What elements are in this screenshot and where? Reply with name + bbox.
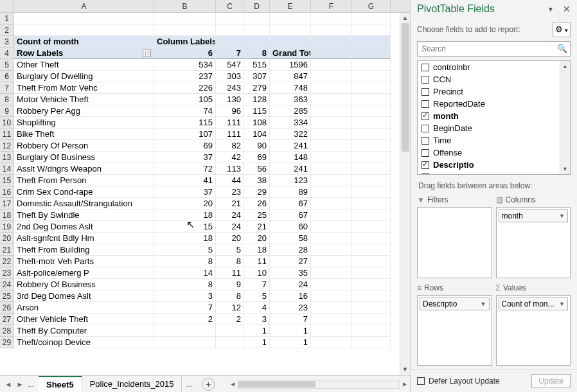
cell[interactable]	[244, 36, 270, 48]
cell[interactable]	[311, 129, 352, 140]
cell[interactable]: 237	[154, 71, 216, 82]
cell[interactable]	[311, 209, 352, 221]
cell[interactable]: Domestic Assault/Strangulation	[14, 198, 154, 209]
sheet-tab-active[interactable]: Sheet5	[39, 376, 82, 392]
new-sheet-button[interactable]: +	[202, 378, 215, 391]
cell[interactable]: 24	[270, 279, 311, 290]
cell[interactable]: Theft From Person	[14, 175, 154, 186]
cell[interactable]: 5	[216, 244, 244, 256]
cell[interactable]: 44	[216, 175, 244, 186]
scroll-down-icon[interactable]: ▼	[400, 364, 410, 375]
cell[interactable]: 115	[154, 117, 216, 129]
cell[interactable]: 111	[216, 129, 244, 140]
cell[interactable]: 21	[216, 198, 244, 209]
row-header[interactable]: 2	[0, 24, 14, 36]
cell[interactable]: 72	[154, 163, 216, 175]
cell[interactable]	[14, 24, 154, 36]
cell[interactable]: 105	[154, 94, 216, 105]
cell[interactable]: 8	[216, 290, 244, 302]
cell[interactable]	[352, 105, 391, 117]
cell[interactable]: 534	[154, 59, 216, 71]
cell[interactable]	[216, 325, 244, 337]
cell[interactable]: 20	[216, 233, 244, 244]
cell[interactable]: 8	[154, 279, 216, 290]
hscroll-left-icon[interactable]: ◄	[227, 380, 238, 388]
cell[interactable]: Theft By Computer	[14, 325, 154, 337]
cell[interactable]: Shoplifting	[14, 117, 154, 129]
cell[interactable]	[311, 152, 352, 163]
col-header-C[interactable]: C	[216, 0, 244, 12]
cell[interactable]	[352, 267, 391, 279]
tab-nav-ellipsis[interactable]: ...	[28, 380, 33, 388]
cell[interactable]: 6	[154, 48, 216, 59]
cell[interactable]: 41	[154, 175, 216, 186]
pane-menu-caret-icon[interactable]: ▼	[547, 6, 554, 13]
cell[interactable]	[352, 256, 391, 267]
cell[interactable]	[311, 36, 352, 48]
cell[interactable]: 2	[216, 314, 244, 325]
field-item[interactable]: Precinct	[418, 85, 560, 98]
cell[interactable]: 29	[244, 186, 270, 198]
cell[interactable]: 2	[154, 314, 216, 325]
cell[interactable]	[352, 163, 391, 175]
cell[interactable]	[352, 279, 391, 290]
cell[interactable]: 123	[270, 175, 311, 186]
field-checkbox[interactable]	[422, 100, 429, 108]
cell[interactable]: Row Labels ↓↑	[14, 48, 154, 59]
cell[interactable]	[311, 82, 352, 94]
row-header[interactable]: 3	[0, 36, 14, 48]
cell[interactable]: 1	[270, 325, 311, 337]
field-checkbox[interactable]	[422, 112, 429, 120]
cell[interactable]	[244, 13, 270, 24]
cell[interactable]: 334	[270, 117, 311, 129]
row-header[interactable]: 15	[0, 175, 14, 186]
field-checkbox[interactable]	[422, 137, 429, 145]
cell[interactable]	[352, 24, 391, 36]
values-area[interactable]: ΣValues Count of mon...▼	[496, 282, 571, 366]
row-header[interactable]: 1	[0, 13, 14, 24]
cell[interactable]	[352, 198, 391, 209]
search-icon[interactable]: 🔍	[555, 42, 570, 56]
row-header[interactable]: 18	[0, 209, 14, 221]
cell[interactable]: 241	[270, 140, 311, 152]
cell[interactable]: 20	[244, 233, 270, 244]
field-checkbox[interactable]	[422, 161, 429, 169]
cell[interactable]	[311, 71, 352, 82]
cell[interactable]: 115	[244, 105, 270, 117]
cell[interactable]	[311, 163, 352, 175]
defer-update-checkbox[interactable]	[417, 377, 425, 385]
field-scroll-up-icon[interactable]: ▲	[560, 61, 570, 71]
field-search-input[interactable]	[418, 42, 555, 56]
cell[interactable]: Bike Theft	[14, 129, 154, 140]
cell[interactable]	[311, 13, 352, 24]
cell[interactable]	[311, 117, 352, 129]
cell[interactable]: 515	[244, 59, 270, 71]
cell[interactable]: 82	[216, 140, 244, 152]
field-list-scrollbar[interactable]: ▲ ▼	[560, 61, 570, 174]
cell[interactable]	[311, 186, 352, 198]
row-header[interactable]: 9	[0, 105, 14, 117]
cell[interactable]: 21	[244, 221, 270, 233]
horizontal-scrollbar[interactable]	[238, 380, 400, 389]
cell[interactable]: Aslt-police/emerg P	[14, 267, 154, 279]
cell[interactable]: 547	[216, 59, 244, 71]
cell[interactable]	[352, 244, 391, 256]
cell[interactable]: 363	[270, 94, 311, 105]
row-header[interactable]: 20	[0, 233, 14, 244]
cell[interactable]: 35	[270, 267, 311, 279]
cell[interactable]: Theft From Motr Vehc	[14, 82, 154, 94]
col-header-B[interactable]: B	[154, 0, 216, 12]
cell[interactable]	[352, 48, 391, 59]
cell[interactable]: 111	[216, 117, 244, 129]
col-header-E[interactable]: E	[270, 0, 311, 12]
row-header[interactable]: 6	[0, 71, 14, 82]
cell[interactable]: 42	[216, 152, 244, 163]
filters-area[interactable]: ▼Filters	[417, 194, 492, 278]
cell[interactable]	[352, 209, 391, 221]
cell[interactable]: Asslt W/dngrs Weapon	[14, 163, 154, 175]
cell[interactable]: 9	[216, 279, 244, 290]
cell[interactable]: 1	[270, 337, 311, 348]
cell[interactable]: 15	[154, 221, 216, 233]
cell[interactable]	[311, 94, 352, 105]
cell[interactable]	[352, 175, 391, 186]
